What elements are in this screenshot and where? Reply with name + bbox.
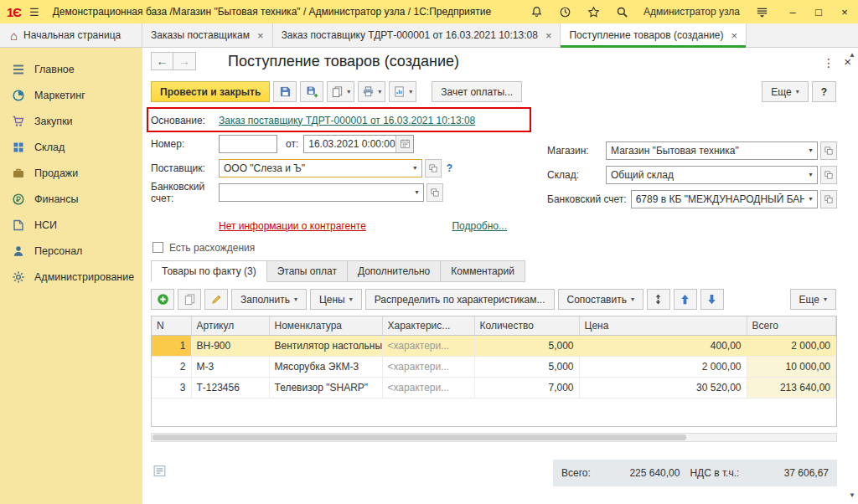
copy-row-button[interactable] [178, 289, 201, 310]
col-price[interactable]: Цена [579, 316, 747, 335]
sidebar-item-personnel[interactable]: Персонал [0, 238, 142, 264]
cell-characteristic[interactable]: <характери... [382, 377, 474, 398]
date-field[interactable]: 16.03.2021 0:00:00 [303, 135, 414, 153]
cell-nomenclature[interactable]: Мясорубка ЭКМ-3 [269, 356, 382, 377]
back-button[interactable]: ← [151, 52, 173, 70]
scroll-down-icon[interactable]: ▼ [849, 491, 855, 499]
dropdown-icon[interactable]: ▾ [409, 164, 421, 172]
col-characteristic[interactable]: Характерис... [382, 316, 474, 335]
col-quantity[interactable]: Количество [474, 316, 579, 335]
cell-nomenclature[interactable]: Вентилятор настольный [269, 335, 382, 356]
tab-payment-stages[interactable]: Этапы оплат [267, 260, 348, 282]
payment-offset-button[interactable]: Зачет оплаты... [432, 81, 522, 102]
col-nomenclature[interactable]: Номенклатура [269, 316, 382, 335]
cell-total[interactable]: 2 000,00 [747, 335, 836, 356]
sidebar-item-finance[interactable]: Финансы [0, 186, 142, 212]
sidebar-item-main[interactable]: Главное [0, 56, 142, 82]
table-row[interactable]: 1 ВН-900 Вентилятор настольный <характер… [152, 335, 836, 356]
tab-supplier-orders[interactable]: Заказы поставщикам × [142, 23, 273, 47]
tab-goods-by-fact[interactable]: Товары по факту (3) [151, 260, 267, 282]
more-button[interactable]: Еще▾ [762, 81, 808, 102]
cell-characteristic[interactable]: <характери... [382, 335, 474, 356]
current-user[interactable]: Администратор узла [644, 6, 740, 18]
help-button[interactable]: ? [812, 81, 836, 102]
cell-price[interactable]: 2 000,00 [579, 356, 747, 377]
calendar-icon[interactable] [395, 136, 413, 152]
history-icon[interactable] [557, 4, 572, 19]
cell-total[interactable]: 10 000,00 [747, 356, 836, 377]
col-total[interactable]: Всего [747, 316, 836, 335]
cell-n[interactable]: 1 [152, 335, 191, 356]
org-bank-account-open-button[interactable] [820, 190, 837, 208]
warehouse-field[interactable]: Общий склад ▾ [606, 166, 818, 184]
forward-button[interactable]: → [173, 52, 196, 70]
minimize-button[interactable]: – [786, 6, 799, 18]
scroll-up-icon[interactable]: ▲ [849, 51, 855, 59]
match-button[interactable]: Сопоставить▾ [558, 289, 644, 310]
store-open-button[interactable] [820, 141, 837, 160]
dropdown-icon[interactable]: ▾ [804, 195, 817, 203]
print-button[interactable]: ▾ [358, 81, 385, 102]
counterparty-warning-link[interactable]: Нет информации о контрагенте [219, 220, 366, 232]
tab-supplier-order-tdrt[interactable]: Заказ поставщику ТДРТ-000001 от 16.03.20… [273, 23, 561, 47]
cell-characteristic[interactable]: <характери... [382, 356, 474, 377]
dropdown-icon[interactable]: ▾ [804, 171, 817, 178]
edit-row-button[interactable] [204, 289, 228, 310]
sidebar-item-purchases[interactable]: Закупки [0, 108, 142, 134]
fill-button[interactable]: Заполнить▾ [231, 289, 307, 310]
more-menu-icon[interactable]: ⋮ [823, 56, 835, 69]
basis-link[interactable]: Заказ поставщику ТДРТ-000001 от 16.03.20… [219, 115, 475, 126]
cell-quantity[interactable]: 5,000 [474, 356, 579, 377]
horizontal-scrollbar[interactable] [151, 433, 837, 442]
reorder-button[interactable] [647, 289, 670, 310]
tab-close-icon[interactable]: × [257, 29, 264, 42]
cell-price[interactable]: 400,00 [579, 335, 747, 356]
grid-more-button[interactable]: Еще▾ [790, 289, 836, 310]
cell-n[interactable]: 2 [152, 356, 191, 377]
supplier-field[interactable]: ООО "Слеза и Ъ" ▾ [219, 159, 422, 177]
add-row-button[interactable] [151, 289, 174, 310]
prices-button[interactable]: Цены▾ [310, 289, 362, 310]
sidebar-item-administration[interactable]: Администрирование [0, 264, 142, 290]
move-down-button[interactable] [700, 289, 724, 310]
scrollbar-thumb[interactable] [152, 435, 686, 440]
sidebar-item-warehouse[interactable]: Склад [0, 134, 142, 160]
service-menu-icon[interactable] [754, 4, 769, 19]
sidebar-item-sales[interactable]: Продажи [0, 160, 142, 186]
cell-article[interactable]: Т-123456 [191, 377, 269, 398]
details-link[interactable]: Подробно... [452, 220, 507, 232]
home-tab[interactable]: ⌂ Начальная страница [0, 23, 142, 47]
main-menu-icon[interactable]: ☰ [29, 6, 39, 18]
cell-total[interactable]: 213 640,00 [747, 377, 836, 398]
cell-nomenclature[interactable]: Телевизор "SHARP" [269, 377, 382, 398]
notes-icon[interactable] [152, 464, 168, 479]
table-row[interactable]: 3 Т-123456 Телевизор "SHARP" <характери.… [152, 377, 836, 398]
cell-article[interactable]: М-3 [191, 356, 269, 377]
store-field[interactable]: Магазин "Бытовая техника" ▾ [606, 141, 818, 160]
move-up-button[interactable] [674, 289, 697, 310]
save-and-new-button[interactable] [300, 81, 323, 102]
bank-account-open-button[interactable] [426, 183, 443, 202]
cell-quantity[interactable]: 5,000 [474, 335, 579, 356]
distribute-button[interactable]: Распределить по характеристикам... [365, 289, 555, 310]
dropdown-icon[interactable]: ▾ [804, 147, 817, 154]
discrepancy-checkbox[interactable] [152, 242, 163, 253]
cell-price[interactable]: 30 520,00 [579, 377, 747, 398]
tab-additional[interactable]: Дополнительно [348, 260, 441, 282]
tab-close-icon[interactable]: × [545, 29, 552, 42]
sidebar-item-marketing[interactable]: Маркетинг [0, 82, 142, 108]
tab-close-icon[interactable]: × [731, 29, 738, 42]
cell-article[interactable]: ВН-900 [191, 335, 269, 356]
warehouse-open-button[interactable] [820, 166, 837, 184]
create-based-on-button[interactable]: ▾ [327, 81, 354, 102]
reports-button[interactable]: ▾ [389, 81, 416, 102]
save-button[interactable] [273, 81, 297, 102]
tab-goods-receipt[interactable]: Поступление товаров (создание) × [561, 23, 747, 47]
table-row[interactable]: 2 М-3 Мясорубка ЭКМ-3 <характери... 5,00… [152, 356, 836, 377]
search-icon[interactable] [614, 4, 629, 19]
tab-comment[interactable]: Комментарий [441, 260, 525, 282]
supplier-open-button[interactable] [425, 159, 442, 177]
window-close-button[interactable]: × [838, 6, 851, 18]
post-and-close-button[interactable]: Провести и закрыть [151, 81, 270, 102]
dropdown-icon[interactable]: ▾ [411, 188, 423, 196]
